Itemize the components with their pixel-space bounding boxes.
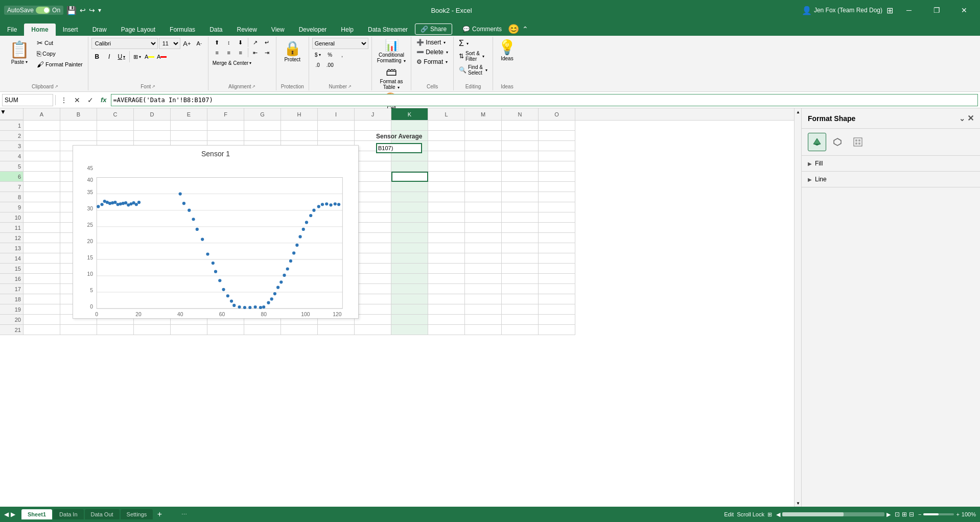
tab-developer[interactable]: Developer xyxy=(292,23,334,36)
cell-16-L[interactable] xyxy=(428,274,465,284)
cell-14-O[interactable] xyxy=(539,253,575,264)
row-header-13[interactable]: 13 xyxy=(0,243,24,253)
cell-21-M[interactable] xyxy=(465,325,502,335)
panel-collapse[interactable]: ⌄ xyxy=(959,114,965,123)
cell-14-K[interactable] xyxy=(391,253,428,264)
row-header-11[interactable]: 11 xyxy=(0,223,24,233)
cell-20-N[interactable] xyxy=(502,315,539,325)
tab-data-streamer[interactable]: Data Streamer xyxy=(361,23,415,36)
cut-button[interactable]: ✂ Cut xyxy=(35,38,85,48)
autosave-toggle[interactable]: AutoSave On xyxy=(4,6,63,15)
cell-16-A[interactable] xyxy=(24,274,60,284)
cell-14-L[interactable] xyxy=(428,253,465,264)
col-header-c[interactable]: C xyxy=(97,108,134,120)
cell-7-A[interactable] xyxy=(24,182,60,192)
cell-10-K[interactable] xyxy=(391,212,428,223)
cell-1-N[interactable] xyxy=(502,121,539,131)
decrease-indent-button[interactable]: ⇤ xyxy=(250,48,261,57)
row-header-20[interactable]: 20 xyxy=(0,315,24,325)
cell-2-G[interactable] xyxy=(244,131,281,141)
page-break-view-button[interactable]: ⊟ xyxy=(909,511,914,518)
cell-16-M[interactable] xyxy=(465,274,502,284)
chart-container[interactable]: Sensor 1 0 5 10 15 20 25 30 35 40 45 xyxy=(73,145,359,319)
cell-13-A[interactable] xyxy=(24,243,60,253)
cell-6-M[interactable] xyxy=(465,172,502,182)
border-button[interactable]: ⊞▾ xyxy=(132,51,143,62)
cell-1-D[interactable] xyxy=(134,121,171,131)
row-header-4[interactable]: 4 xyxy=(0,151,24,161)
tab-help[interactable]: Help xyxy=(334,23,361,36)
cell-17-J[interactable] xyxy=(355,284,391,294)
cell-13-O[interactable] xyxy=(539,243,575,253)
cell-21-J[interactable] xyxy=(355,325,391,335)
font-size-select[interactable]: 118101214 xyxy=(159,38,180,49)
cell-12-O[interactable] xyxy=(539,233,575,243)
row-header-2[interactable]: 2 xyxy=(0,131,24,141)
decrease-font-button[interactable]: A- xyxy=(194,38,205,49)
cell-7-L[interactable] xyxy=(428,182,465,192)
delete-cells-button[interactable]: ➖ Delete ▾ xyxy=(414,48,450,57)
cell-1-J[interactable] xyxy=(355,121,391,131)
cell-11-M[interactable] xyxy=(465,223,502,233)
cell-12-L[interactable] xyxy=(428,233,465,243)
cell-11-K[interactable] xyxy=(391,223,428,233)
cell-15-O[interactable] xyxy=(539,264,575,274)
tab-data[interactable]: Data xyxy=(202,23,229,36)
wrap-text-button[interactable]: ↵ xyxy=(262,38,273,47)
tab-data-in[interactable]: Data In xyxy=(53,509,83,519)
align-left-button[interactable]: ≡ xyxy=(212,48,223,57)
cell-17-A[interactable] xyxy=(24,284,60,294)
tab-insert[interactable]: Insert xyxy=(56,23,85,36)
scroll-up-button[interactable]: ▲ xyxy=(795,108,801,115)
vertical-scrollbar[interactable]: ▲ ▼ xyxy=(794,108,801,507)
cell-11-L[interactable] xyxy=(428,223,465,233)
percent-button[interactable]: % xyxy=(324,50,336,59)
cell-9-N[interactable] xyxy=(502,202,539,212)
row-header-5[interactable]: 5 xyxy=(0,161,24,172)
cell-1-O[interactable] xyxy=(539,121,575,131)
tab-formulas[interactable]: Formulas xyxy=(162,23,202,36)
cell-9-M[interactable] xyxy=(465,202,502,212)
protect-button[interactable]: 🔒 Protect xyxy=(279,38,306,64)
panel-close-button[interactable]: ✕ xyxy=(967,113,974,123)
format-cells-button[interactable]: ⚙ Format ▾ xyxy=(414,57,450,66)
cell-18-O[interactable] xyxy=(539,294,575,304)
zoom-out-button[interactable]: − xyxy=(918,511,921,517)
formula-cancel-button[interactable]: ✕ xyxy=(71,94,83,106)
cell-18-M[interactable] xyxy=(465,294,502,304)
cell-11-J[interactable] xyxy=(355,223,391,233)
copy-button[interactable]: ⎘ Copy xyxy=(35,49,85,59)
cell-17-M[interactable] xyxy=(465,284,502,294)
cell-13-M[interactable] xyxy=(465,243,502,253)
fill-section-header[interactable]: ▶ Fill xyxy=(808,160,974,167)
row-header-10[interactable]: 10 xyxy=(0,212,24,223)
cell-15-K[interactable] xyxy=(391,264,428,274)
cell-12-J[interactable] xyxy=(355,233,391,243)
cell-10-A[interactable] xyxy=(24,212,60,223)
cell-12-K[interactable] xyxy=(391,233,428,243)
row-header-19[interactable]: 19 xyxy=(0,304,24,315)
cell-8-M[interactable] xyxy=(465,192,502,202)
cell-16-K[interactable] xyxy=(391,274,428,284)
accounting-format-button[interactable]: $▾ xyxy=(312,50,323,59)
col-header-f[interactable]: F xyxy=(207,108,244,120)
cell-6-L[interactable] xyxy=(428,172,465,182)
cell-6-O[interactable] xyxy=(539,172,575,182)
cell-1-E[interactable] xyxy=(171,121,207,131)
row-header-16[interactable]: 16 xyxy=(0,274,24,284)
increase-decimal-button[interactable]: .00 xyxy=(324,60,336,69)
cell-9-L[interactable] xyxy=(428,202,465,212)
cell-19-A[interactable] xyxy=(24,304,60,315)
cell-4-A[interactable] xyxy=(24,151,60,161)
page-layout-view-button[interactable]: ⊞ xyxy=(902,511,907,518)
align-bottom-button[interactable]: ⬇ xyxy=(235,38,246,47)
cell-19-M[interactable] xyxy=(465,304,502,315)
align-right-button[interactable]: ≡ xyxy=(235,48,246,57)
tab-sheet1[interactable]: Sheet1 xyxy=(21,509,52,519)
cell-3-A[interactable] xyxy=(24,141,60,151)
cell-2-E[interactable] xyxy=(171,131,207,141)
dots-menu[interactable]: ⋯ xyxy=(181,511,187,518)
close-button[interactable]: ✕ xyxy=(952,0,976,20)
cell-3-L[interactable] xyxy=(428,141,465,151)
cell-15-L[interactable] xyxy=(428,264,465,274)
